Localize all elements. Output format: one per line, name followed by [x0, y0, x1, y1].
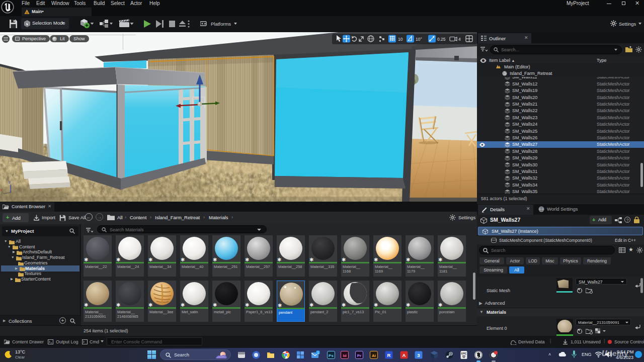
- svg-text:4: 4: [458, 37, 461, 42]
- svg-text:Id: Id: [343, 353, 346, 358]
- svg-text:A: A: [403, 352, 406, 358]
- svg-text:z: z: [9, 180, 11, 185]
- svg-text:10: 10: [398, 37, 403, 42]
- svg-text:R: R: [387, 352, 391, 358]
- svg-text:3: 3: [417, 352, 420, 358]
- svg-text:x: x: [1, 188, 3, 192]
- svg-text:Pr: Pr: [357, 353, 361, 358]
- svg-text:10°: 10°: [416, 37, 422, 42]
- svg-text:1: 1: [317, 351, 319, 354]
- svg-text:Ps: Ps: [329, 353, 334, 358]
- svg-text:Ai: Ai: [372, 353, 376, 358]
- svg-text:0.25: 0.25: [437, 37, 446, 42]
- svg-text:EPIC: EPIC: [461, 352, 467, 355]
